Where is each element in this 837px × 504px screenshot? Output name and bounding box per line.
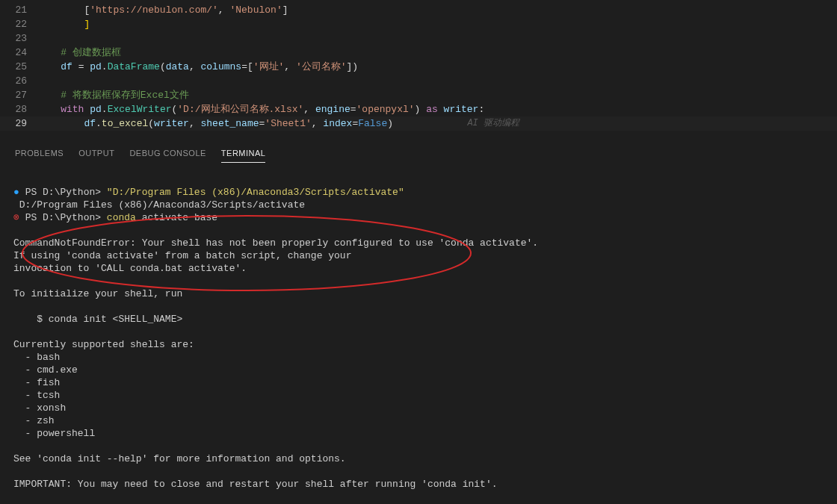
line-number: 27 — [0, 88, 37, 102]
terminal-cmd: conda — [107, 212, 136, 223]
status-dot-icon: ⊗ — [13, 212, 19, 223]
line-number: 26 — [0, 74, 37, 88]
code-content[interactable] — [37, 74, 837, 88]
code-content[interactable] — [37, 31, 837, 46]
code-line[interactable]: 26 — [0, 74, 837, 88]
line-number: 22 — [0, 17, 37, 31]
code-content[interactable]: with pd.ExcelWriter('D:/网址和公司名称.xlsx', e… — [37, 102, 837, 116]
code-line[interactable]: 29 df.to_excel(writer, sheet_name='Sheet… — [0, 116, 837, 131]
code-line[interactable]: 25 df = pd.DataFrame(data, columns=['网址'… — [0, 60, 837, 74]
line-number: 21 — [0, 3, 37, 17]
code-line[interactable]: 24 # 创建数据框 — [0, 46, 837, 60]
tab-problems[interactable]: PROBLEMS — [15, 146, 64, 163]
line-number: 24 — [0, 46, 37, 60]
prompt-text: PS D:\Python> — [25, 187, 107, 198]
terminal-cmd: "D:/Program Files (x86)/Anaconda3/Script… — [107, 187, 404, 198]
code-content[interactable]: # 创建数据框 — [37, 46, 837, 60]
code-line[interactable]: 21 ['https://nebulon.com/', 'Nebulon'] — [0, 3, 837, 17]
code-content[interactable]: df.to_excel(writer, sheet_name='Sheet1',… — [37, 116, 837, 131]
line-number: 28 — [0, 102, 37, 116]
code-content[interactable]: ] — [37, 17, 837, 31]
tab-debug-console[interactable]: DEBUG CONSOLE — [129, 146, 206, 163]
tab-terminal[interactable]: TERMINAL — [221, 146, 266, 163]
prompt-text: PS D:\Python> — [25, 212, 107, 223]
ai-hint-text: AI 驱动编程 — [467, 116, 519, 131]
status-dot-icon: ● — [13, 187, 19, 198]
line-number: 29 — [0, 116, 37, 131]
line-number: 23 — [0, 31, 37, 46]
panel-tab-bar: PROBLEMSOUTPUTDEBUG CONSOLETERMINAL — [0, 140, 837, 163]
code-content[interactable]: df = pd.DataFrame(data, columns=['网址', '… — [37, 60, 837, 74]
code-line[interactable]: 23 — [0, 31, 837, 46]
code-editor[interactable]: 21 ['https://nebulon.com/', 'Nebulon']22… — [0, 0, 837, 131]
terminal-output-block: CommandNotFoundError: Your shell has not… — [13, 237, 538, 490]
code-line[interactable]: 28 with pd.ExcelWriter('D:/网址和公司名称.xlsx'… — [0, 102, 837, 116]
terminal-cmd-args: activate base — [136, 212, 217, 223]
code-line[interactable]: 22 ] — [0, 17, 837, 31]
line-number: 25 — [0, 60, 37, 74]
code-content[interactable]: # 将数据框保存到Excel文件 — [37, 88, 837, 102]
terminal-output-line: D:/Program Files (x86)/Anaconda3/Scripts… — [13, 199, 305, 211]
terminal-pane[interactable]: ● PS D:\Python> "D:/Program Files (x86)/… — [0, 163, 837, 501]
code-content[interactable]: ['https://nebulon.com/', 'Nebulon'] — [37, 3, 837, 17]
code-line[interactable]: 27 # 将数据框保存到Excel文件 — [0, 88, 837, 102]
tab-output[interactable]: OUTPUT — [78, 146, 114, 163]
